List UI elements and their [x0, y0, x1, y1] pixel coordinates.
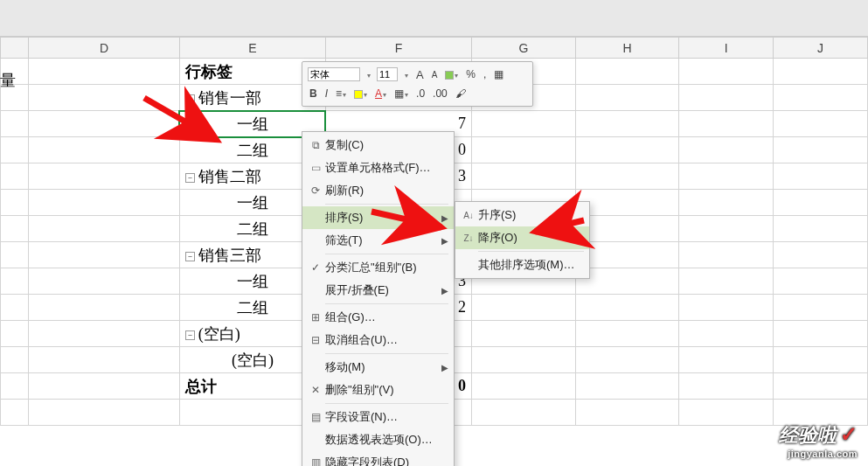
- cell[interactable]: [679, 373, 774, 400]
- row-header-blank[interactable]: [1, 38, 29, 59]
- col-header-i[interactable]: I: [679, 38, 774, 59]
- font-name-dropdown-icon[interactable]: [365, 68, 372, 80]
- font-size-dropdown-icon[interactable]: [402, 68, 410, 80]
- fill-color-icon[interactable]: [352, 87, 369, 100]
- cell[interactable]: [679, 216, 774, 242]
- menu-field-settings[interactable]: ▤字段设置(N)…: [302, 406, 454, 428]
- font-name-input[interactable]: [308, 67, 360, 81]
- cell[interactable]: [679, 295, 774, 321]
- menu-group[interactable]: ⊞组合(G)…: [302, 306, 454, 329]
- cell[interactable]: [29, 216, 180, 242]
- cell[interactable]: [774, 373, 868, 400]
- col-header-h[interactable]: H: [575, 38, 679, 59]
- cell[interactable]: [679, 59, 774, 85]
- submenu-sort-asc[interactable]: A↓升序(S): [455, 204, 589, 226]
- cell[interactable]: [472, 321, 576, 347]
- cell[interactable]: [1, 400, 29, 426]
- cell[interactable]: [472, 373, 576, 400]
- cell[interactable]: [472, 163, 576, 190]
- comma-icon[interactable]: ,: [482, 68, 488, 80]
- cell[interactable]: [29, 242, 180, 268]
- cell[interactable]: [1, 137, 29, 163]
- cell[interactable]: [29, 295, 180, 321]
- cell[interactable]: [29, 190, 180, 216]
- cell[interactable]: [575, 400, 679, 426]
- cell[interactable]: [1, 321, 29, 347]
- percent-icon[interactable]: %: [464, 68, 477, 80]
- cell[interactable]: [575, 321, 679, 347]
- italic-icon[interactable]: I: [323, 87, 330, 100]
- cell[interactable]: [29, 59, 180, 85]
- submenu-sort-more[interactable]: 其他排序选项(M)…: [455, 254, 589, 276]
- cell[interactable]: [472, 347, 576, 373]
- collapse-icon[interactable]: −: [185, 330, 195, 340]
- collapse-icon[interactable]: −: [185, 173, 195, 183]
- cell[interactable]: [774, 111, 868, 137]
- col-header-e[interactable]: E: [179, 38, 325, 59]
- cell[interactable]: [29, 163, 180, 190]
- cell[interactable]: [1, 347, 29, 373]
- decimal-inc-icon[interactable]: .0: [414, 87, 427, 100]
- col-header-g[interactable]: G: [472, 38, 576, 59]
- cell[interactable]: [575, 295, 679, 321]
- cell[interactable]: [1, 242, 29, 268]
- cell[interactable]: [679, 347, 774, 373]
- cell[interactable]: [575, 268, 679, 295]
- cell[interactable]: [29, 137, 180, 163]
- col-header-j[interactable]: J: [774, 38, 868, 59]
- cell[interactable]: [679, 190, 774, 216]
- cell[interactable]: [29, 85, 180, 111]
- cell[interactable]: [472, 400, 576, 426]
- cell[interactable]: [1, 295, 29, 321]
- cell[interactable]: [1, 163, 29, 190]
- menu-copy[interactable]: ⧉复制(C): [302, 134, 454, 156]
- cell[interactable]: [774, 190, 868, 216]
- cell[interactable]: [774, 321, 868, 347]
- menu-refresh[interactable]: ⟳刷新(R): [302, 179, 454, 202]
- cell[interactable]: [679, 268, 774, 295]
- cell[interactable]: [774, 85, 868, 111]
- cell[interactable]: [575, 59, 679, 85]
- bold-icon[interactable]: B: [308, 87, 319, 100]
- cell[interactable]: [774, 268, 868, 295]
- cell[interactable]: [575, 85, 679, 111]
- font-color-icon[interactable]: A: [373, 87, 388, 100]
- menu-sort[interactable]: 排序(S)▶: [302, 206, 454, 229]
- menu-move[interactable]: 移动(M)▶: [302, 356, 454, 379]
- cell[interactable]: [1, 268, 29, 295]
- cell[interactable]: [774, 400, 868, 426]
- cell[interactable]: [1, 373, 29, 400]
- cell[interactable]: [29, 321, 180, 347]
- font-size-input[interactable]: [377, 67, 398, 81]
- cell[interactable]: [472, 111, 576, 137]
- cell[interactable]: [774, 163, 868, 190]
- cell[interactable]: [29, 268, 180, 295]
- cell[interactable]: [774, 295, 868, 321]
- cell[interactable]: [1, 111, 29, 137]
- collapse-icon[interactable]: −: [185, 252, 195, 261]
- cell[interactable]: [679, 400, 774, 426]
- format-painter-icon[interactable]: 🖌: [454, 87, 468, 100]
- cell[interactable]: [679, 242, 774, 268]
- cell[interactable]: [774, 59, 868, 85]
- cell[interactable]: [774, 347, 868, 373]
- cell[interactable]: [29, 400, 180, 426]
- cell[interactable]: [575, 373, 679, 400]
- cell[interactable]: [774, 242, 868, 268]
- cell[interactable]: [575, 242, 679, 268]
- border-icon[interactable]: ▦: [492, 68, 505, 80]
- align-icon[interactable]: ≡: [334, 87, 348, 100]
- cell[interactable]: [679, 321, 774, 347]
- number-format-icon[interactable]: [443, 68, 460, 80]
- cell[interactable]: [679, 163, 774, 190]
- cell[interactable]: [29, 111, 180, 137]
- menu-expand[interactable]: 展开/折叠(E)▶: [302, 279, 454, 302]
- menu-subtotal[interactable]: ✓分类汇总"组别"(B): [302, 256, 454, 279]
- cell[interactable]: [575, 111, 679, 137]
- cell[interactable]: [679, 111, 774, 137]
- cell[interactable]: [774, 216, 868, 242]
- menu-pivot-options[interactable]: 数据透视表选项(O)…: [302, 428, 454, 451]
- cell[interactable]: [774, 137, 868, 163]
- cell[interactable]: [29, 347, 180, 373]
- cell[interactable]: [472, 137, 576, 163]
